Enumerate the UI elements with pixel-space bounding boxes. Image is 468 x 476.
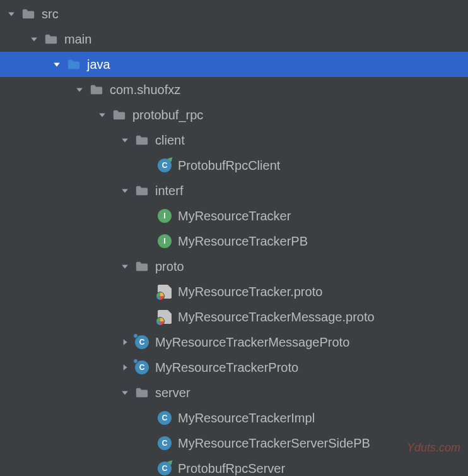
interface-my-resource-tracker[interactable]: IMyResourceTracker [0,203,468,229]
java-interface-icon: I [158,234,172,248]
java-class-runnable-icon: C [158,158,172,172]
folder-icon [21,7,35,21]
chevron-right-icon[interactable] [119,336,131,348]
class-my-resource-tracker-server-side-pb[interactable]: CMyResourceTrackerServerSidePB [0,431,468,456]
chevron-down-icon[interactable] [96,109,108,121]
tree-item-label: main [64,32,91,47]
source-folder-icon [67,57,81,71]
chevron-down-icon[interactable] [73,83,86,96]
tree-item-label: MyResourceTrackerMessage.proto [178,310,375,324]
package-proto[interactable]: proto [0,254,468,279]
chevron-down-icon[interactable] [119,184,131,197]
folder-src[interactable]: src [0,1,468,27]
tree-item-label: MyResourceTrackerImpl [178,411,315,425]
folder-java[interactable]: java [0,52,468,77]
package-icon [135,386,149,400]
class-my-resource-tracker-message-proto[interactable]: CMyResourceTrackerMessageProto [0,330,468,355]
package-interf[interactable]: interf [0,178,468,203]
package-icon [90,83,103,97]
java-class-generated-icon: C [135,335,149,349]
package-client[interactable]: client [0,128,468,153]
folder-main[interactable]: main [0,27,468,52]
class-my-resource-tracker-proto[interactable]: CMyResourceTrackerProto [0,355,468,380]
java-class-generated-icon: C [135,360,149,374]
class-protobuf-rpc-client[interactable]: CProtobufRpcClient [0,153,468,178]
tree-item-label: src [42,7,59,21]
package-protobuf-rpc[interactable]: protobuf_rpc [0,102,468,128]
tree-item-label: MyResourceTrackerServerSidePB [178,436,370,451]
proto-file-icon [158,310,172,324]
tree-item-label: MyResourceTracker [178,209,291,223]
package-com-shuofxz[interactable]: com.shuofxz [0,77,468,102]
project-tree[interactable]: srcmainjavacom.shuofxzprotobuf_rpcclient… [0,0,468,476]
java-class-icon: C [158,411,172,425]
tree-item-label: proto [155,259,184,274]
tree-item-label: server [155,386,190,400]
java-class-icon: C [158,436,172,450]
proto-file-icon [158,285,172,299]
tree-item-label: com.shuofxz [110,83,180,97]
chevron-down-icon[interactable] [28,33,40,45]
tree-item-label: MyResourceTrackerMessageProto [155,335,349,350]
package-icon [112,108,126,122]
file-my-resource-tracker-proto[interactable]: MyResourceTracker.proto [0,279,468,304]
package-icon [135,184,149,198]
class-my-resource-tracker-impl[interactable]: CMyResourceTrackerImpl [0,405,468,431]
chevron-down-icon[interactable] [119,134,131,146]
tree-item-label: MyResourceTracker.proto [178,285,322,299]
tree-item-label: MyResourceTrackerProto [155,360,298,375]
tree-item-label: ProtobufRpcClient [178,158,280,173]
package-icon [135,133,149,147]
java-interface-icon: I [158,209,172,223]
class-protobuf-rpc-server[interactable]: CProtobufRpcServer [0,456,468,476]
file-my-resource-tracker-message-proto[interactable]: MyResourceTrackerMessage.proto [0,304,468,330]
folder-icon [44,32,58,46]
chevron-down-icon[interactable] [50,58,63,71]
package-icon [135,259,149,273]
tree-item-label: protobuf_rpc [132,108,203,122]
package-server[interactable]: server [0,380,468,405]
tree-item-label: java [87,57,110,72]
chevron-right-icon[interactable] [119,361,131,374]
chevron-down-icon[interactable] [119,260,131,273]
interface-my-resource-tracker-pb[interactable]: IMyResourceTrackerPB [0,229,468,254]
java-class-runnable-icon: C [158,461,172,475]
tree-item-label: interf [155,184,183,198]
chevron-down-icon[interactable] [119,386,131,399]
tree-item-label: client [155,133,185,148]
tree-item-label: ProtobufRpcServer [178,461,285,476]
chevron-down-icon[interactable] [5,8,18,20]
tree-item-label: MyResourceTrackerPB [178,234,308,249]
